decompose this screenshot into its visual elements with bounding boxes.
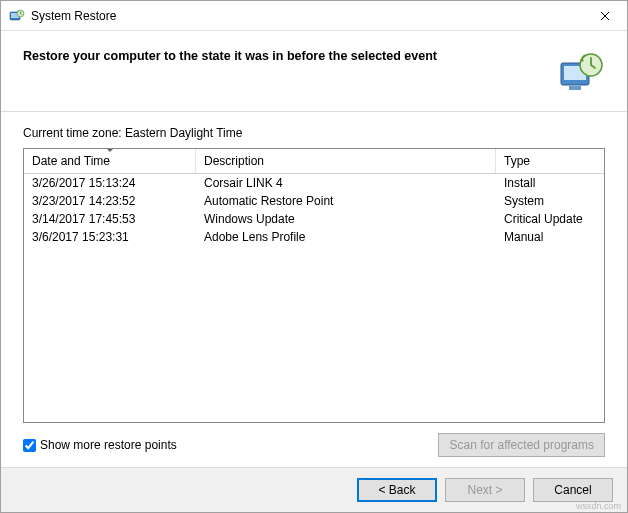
restore-points-table: Date and Time Description Type 3/26/2017… [23,148,605,423]
titlebar: System Restore [1,1,627,31]
column-description[interactable]: Description [196,149,496,173]
column-type-label: Type [504,154,530,168]
cancel-button[interactable]: Cancel [533,478,613,502]
svg-rect-5 [569,86,581,90]
scan-affected-programs-button: Scan for affected programs [438,433,605,457]
cell-type: Critical Update [496,210,604,228]
table-footer-controls: Show more restore points Scan for affect… [23,433,605,457]
cell-desc: Corsair LINK 4 [196,174,496,192]
column-description-label: Description [204,154,264,168]
cell-date: 3/6/2017 15:23:31 [24,228,196,246]
cell-desc: Adobe Lens Profile [196,228,496,246]
system-restore-window: System Restore Restore your computer to … [0,0,628,513]
timezone-label: Current time zone: Eastern Daylight Time [23,126,605,140]
cell-desc: Automatic Restore Point [196,192,496,210]
cell-date: 3/26/2017 15:13:24 [24,174,196,192]
cell-type: Install [496,174,604,192]
show-more-checkbox[interactable] [23,439,36,452]
column-date-time-label: Date and Time [32,154,110,168]
cell-date: 3/14/2017 17:45:53 [24,210,196,228]
page-heading: Restore your computer to the state it wa… [23,49,545,63]
next-button: Next > [445,478,525,502]
show-more-restore-points[interactable]: Show more restore points [23,438,177,452]
back-button[interactable]: < Back [357,478,437,502]
table-body: 3/26/2017 15:13:24Corsair LINK 4Install3… [24,174,604,422]
show-more-label: Show more restore points [40,438,177,452]
close-button[interactable] [582,1,627,31]
cell-desc: Windows Update [196,210,496,228]
column-date-time[interactable]: Date and Time [24,149,196,173]
table-row[interactable]: 3/14/2017 17:45:53Windows UpdateCritical… [24,210,604,228]
column-type[interactable]: Type [496,149,604,173]
table-row[interactable]: 3/6/2017 15:23:31Adobe Lens ProfileManua… [24,228,604,246]
close-icon [600,11,610,21]
table-row[interactable]: 3/23/2017 14:23:52Automatic Restore Poin… [24,192,604,210]
table-header: Date and Time Description Type [24,149,604,174]
window-title: System Restore [31,9,582,23]
cell-type: System [496,192,604,210]
cell-date: 3/23/2017 14:23:52 [24,192,196,210]
system-restore-icon [9,8,25,24]
wizard-buttons: < Back Next > Cancel [1,467,627,512]
system-restore-large-icon [557,49,605,97]
cell-type: Manual [496,228,604,246]
wizard-header: Restore your computer to the state it wa… [1,31,627,112]
table-row[interactable]: 3/26/2017 15:13:24Corsair LINK 4Install [24,174,604,192]
sort-descending-icon [106,148,114,152]
content-area: Current time zone: Eastern Daylight Time… [1,112,627,467]
